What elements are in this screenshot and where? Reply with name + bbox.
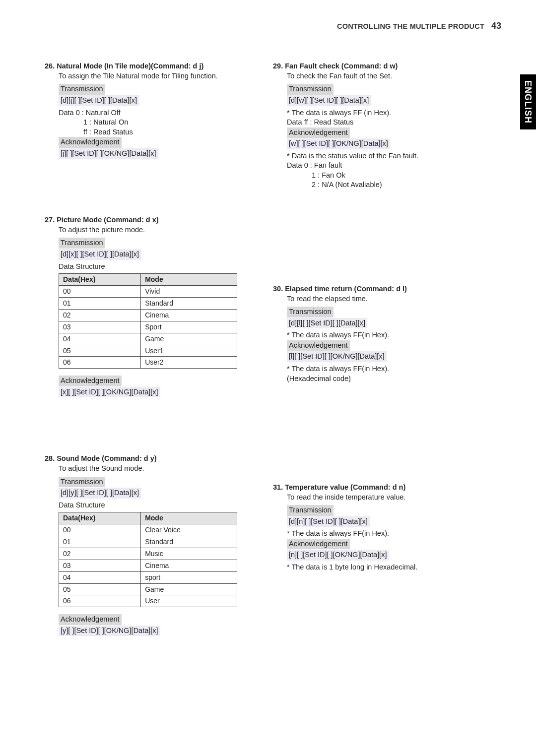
cmd-29-data2: 2 : N/A (Not Avaliable): [312, 180, 481, 190]
page-header: CONTROLLING THE MULTIPLE PRODUCT 43: [45, 20, 501, 34]
cmd-31-title: 31. Temperature value (Command: d n): [273, 483, 481, 493]
cmd-29-note1: * The data is always FF (in Hex).: [287, 108, 481, 118]
cmd-26-data1: 1 : Natural On: [83, 118, 253, 127]
cmd-30: 30. Elapsed time return (Command: d l) T…: [273, 284, 481, 383]
table-header-datahex: Data(Hex): [59, 274, 141, 286]
cmd-31-note2: * The data is 1 byte long in Hexadecimal…: [287, 563, 481, 572]
cmd-29-note2: Data ff : Read Status: [287, 118, 481, 127]
table-row: 06User: [59, 595, 237, 607]
transmission-label: Transmission: [287, 307, 334, 317]
cmd-26-tx-syntax: [d][j][ ][Set ID][ ][Data][x]: [59, 95, 139, 106]
cmd-27-desc: To adjust the picture mode.: [59, 225, 253, 235]
cmd-30-tx-syntax: [d][l][ ][Set ID][ ][Data][x]: [287, 318, 367, 329]
table-row: 00Clear Voice: [59, 524, 237, 536]
cmd-26-title: 26. Natural Mode (In Tile mode)(Command:…: [45, 62, 253, 71]
cmd-31-ack-syntax: [n][ ][Set ID][ ][OK/NG][Data][x]: [287, 550, 389, 561]
cmd-30-note1: * The data is always FF(in Hex).: [287, 330, 481, 340]
cmd-29-tx-syntax: [d][w][ ][Set ID][ ][Data][x]: [287, 95, 371, 106]
table-row: 02Music: [59, 548, 237, 560]
cmd-28-struct: Data Structure: [59, 501, 253, 510]
right-column: 29. Fan Fault check (Command: d w) To ch…: [273, 62, 481, 678]
table-row: 06User2: [59, 357, 237, 369]
acknowledgement-label: Acknowledgement: [287, 539, 350, 550]
cmd-31-desc: To read the inside temperature value.: [287, 493, 481, 503]
cmd-28-ack-syntax: [y][ ][Set ID][ ][OK/NG][Data][x]: [59, 626, 160, 636]
cmd-30-note3: (Hexadecimal code): [287, 374, 481, 384]
table-header-mode: Mode: [141, 512, 237, 524]
cmd-27: 27. Picture Mode (Command: d x) To adjus…: [45, 215, 253, 399]
table-row: 04Game: [59, 333, 237, 345]
header-title: CONTROLLING THE MULTIPLE PRODUCT: [337, 22, 484, 32]
cmd-29-desc: To check the Fan fault of the Set.: [287, 71, 481, 81]
acknowledgement-label: Acknowledgement: [287, 340, 350, 351]
table-row: 05Game: [59, 583, 237, 595]
cmd-31-tx-syntax: [d][n][ ][Set ID][ ][Data][x]: [287, 516, 370, 527]
cmd-31-note1: * The data is always FF(in Hex).: [287, 529, 481, 539]
table-header-datahex: Data(Hex): [59, 512, 141, 524]
cmd-26-data0: Data 0 : Natural Off: [59, 108, 253, 118]
cmd-31: 31. Temperature value (Command: d n) To …: [273, 483, 481, 572]
table-row: 00Vivid: [59, 286, 237, 298]
cmd-30-desc: To read the elapsed time.: [287, 294, 481, 304]
cmd-26: 26. Natural Mode (In Tile mode)(Command:…: [45, 62, 253, 161]
table-row: 02Cinema: [59, 309, 237, 321]
cmd-27-title: 27. Picture Mode (Command: d x): [45, 215, 253, 225]
table-row: 03Cinema: [59, 560, 237, 571]
transmission-label: Transmission: [287, 505, 334, 516]
cmd-29: 29. Fan Fault check (Command: d w) To ch…: [273, 62, 481, 190]
transmission-label: Transmission: [287, 84, 334, 95]
cmd-28-title: 28. Sound Mode (Command: d y): [45, 454, 253, 464]
cmd-30-note2: * The data is always FF(in Hex).: [287, 364, 481, 374]
cmd-29-data0: Data 0 : Fan fault: [287, 161, 481, 171]
cmd-30-title: 30. Elapsed time return (Command: d l): [273, 284, 481, 294]
cmd-28-desc: To adjust the Sound mode.: [59, 464, 253, 474]
cmd-29-title: 29. Fan Fault check (Command: d w): [273, 62, 481, 71]
cmd-29-note3: * Data is the status value of the Fan fa…: [287, 151, 481, 161]
cmd-28: 28. Sound Mode (Command: d y) To adjust …: [45, 454, 253, 638]
table-row: 01Standard: [59, 297, 237, 309]
table-row: 03Sport: [59, 321, 237, 333]
language-tab: ENGLISH: [520, 74, 536, 129]
transmission-label: Transmission: [59, 477, 105, 488]
content-columns: 26. Natural Mode (In Tile mode)(Command:…: [45, 62, 501, 678]
cmd-26-desc: To assign the Tile Natural mode for Tili…: [59, 71, 253, 81]
cmd-27-ack-syntax: [x][ ][Set ID][ ][OK/NG][Data][x]: [59, 387, 160, 398]
table-header-mode: Mode: [141, 274, 237, 286]
cmd-26-data2: ff : Read Status: [83, 127, 253, 137]
transmission-label: Transmission: [59, 84, 105, 95]
acknowledgement-label: Acknowledgement: [287, 127, 350, 138]
left-column: 26. Natural Mode (In Tile mode)(Command:…: [45, 62, 253, 678]
acknowledgement-label: Acknowledgement: [59, 614, 122, 625]
cmd-27-table: Data(Hex) Mode 00Vivid 01Standard 02Cine…: [59, 273, 237, 369]
cmd-26-ack-syntax: [j][ ][Set ID][ ][OK/NG][Data][x]: [59, 148, 158, 159]
table-row: 05User1: [59, 345, 237, 357]
table-row: 04sport: [59, 571, 237, 583]
cmd-27-tx-syntax: [d][x][ ][Set ID][ ][Data][x]: [59, 249, 141, 260]
cmd-30-ack-syntax: [l][ ][Set ID][ ][OK/NG][Data][x]: [287, 351, 387, 362]
cmd-29-ack-syntax: [w][ ][Set ID][ ][OK/NG][Data][x]: [287, 138, 390, 149]
cmd-28-tx-syntax: [d][y][ ][Set ID][ ][Data][x]: [59, 488, 141, 499]
table-row: 01Standard: [59, 536, 237, 548]
acknowledgement-label: Acknowledgement: [59, 376, 122, 386]
transmission-label: Transmission: [59, 238, 105, 249]
acknowledgement-label: Acknowledgement: [59, 137, 122, 148]
cmd-28-table: Data(Hex) Mode 00Clear Voice 01Standard …: [59, 512, 237, 607]
cmd-29-data1: 1 : Fan Ok: [312, 171, 481, 181]
cmd-27-struct: Data Structure: [59, 262, 253, 272]
page-number: 43: [491, 20, 501, 32]
